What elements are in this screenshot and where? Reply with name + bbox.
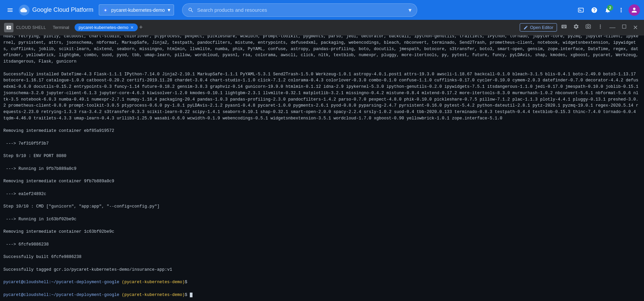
terminal-prompt-path-2: pycaret@cloudshell:~/pycaret-deployment-… [3, 293, 119, 297]
maximize-icon[interactable] [619, 23, 629, 32]
terminal-cursor [190, 293, 192, 297]
tab-active-label: pycaret-kubernetes-demo [79, 25, 128, 30]
help-button[interactable] [588, 4, 600, 16]
notification-badge: 2 [607, 5, 613, 11]
app-name: Google Cloud Platform [32, 6, 93, 13]
topbar: Google Cloud Platform ◈ pycaret-kubernet… [0, 0, 644, 20]
keyboard-icon[interactable] [559, 22, 569, 33]
search-bar[interactable]: ▾ [182, 3, 417, 17]
cloud-shell-button[interactable] [575, 4, 587, 16]
camera-icon[interactable] [583, 22, 593, 33]
cloud-shell-icon [4, 23, 13, 32]
search-icon [188, 7, 194, 13]
google-cloud-icon [19, 5, 30, 15]
chevron-down-icon: ▾ [168, 7, 170, 13]
terminal-prompt-symbol: $ [185, 280, 190, 285]
more-icon[interactable] [595, 22, 605, 33]
settings-icon[interactable] [571, 22, 581, 33]
notifications-button[interactable]: 2 [602, 4, 614, 16]
tab-close-icon[interactable]: ✕ [130, 25, 134, 30]
topbar-right-actions: 2 [575, 4, 640, 16]
open-editor-label: Open Editor [530, 25, 553, 30]
terminal-prompt-project: (pycaret-kubernetes-demo) [122, 280, 185, 285]
cloud-shell-bar: CLOUD SHELL Terminal pycaret-kubernetes-… [0, 20, 644, 35]
tab-active-project[interactable]: pycaret-kubernetes-demo ✕ [75, 24, 138, 31]
terminal-output[interactable]: Created wheel for pyrsistent: filename=p… [0, 35, 644, 301]
search-input[interactable] [197, 7, 405, 13]
open-editor-button[interactable]: Open Editor [520, 23, 557, 32]
project-selector[interactable]: ◈ pycaret-kubernetes-demo ▾ [99, 4, 174, 15]
minimize-icon[interactable]: — [607, 23, 617, 32]
tab-terminal-label: Terminal [53, 25, 69, 30]
shell-actions: Open Editor — ✕ [520, 22, 640, 33]
cloud-shell-label: CLOUD SHELL [16, 25, 46, 30]
tabs-area: Terminal pycaret-kubernetes-demo ✕ + [49, 23, 517, 32]
search-chevron-icon: ▾ [409, 6, 412, 14]
terminal-prompt-symbol-2: $ [185, 293, 190, 297]
close-icon[interactable]: ✕ [631, 23, 640, 33]
more-options-button[interactable] [615, 4, 627, 16]
app-logo: Google Cloud Platform [19, 5, 93, 15]
project-name: pycaret-kubernetes-demo [111, 7, 165, 13]
terminal-prompt-project-2: (pycaret-kubernetes-demo) [122, 293, 185, 297]
hamburger-menu[interactable] [4, 4, 16, 16]
add-tab-button[interactable]: + [139, 24, 143, 31]
project-icon: ◈ [102, 7, 109, 13]
user-avatar[interactable] [629, 4, 640, 16]
tab-terminal[interactable]: Terminal [49, 23, 73, 32]
terminal-prompt-path: pycaret@cloudshell:~/pycaret-deployment-… [3, 280, 119, 285]
